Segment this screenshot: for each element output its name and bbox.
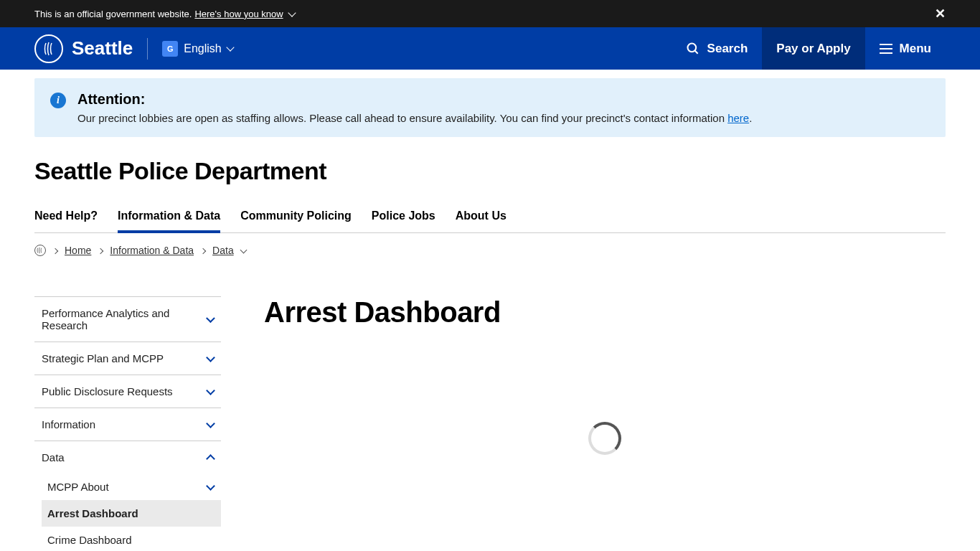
breadcrumb-home[interactable]: Home bbox=[65, 245, 91, 256]
main-content: Arrest Dashboard bbox=[264, 296, 946, 551]
language-selector[interactable]: G English bbox=[162, 41, 232, 57]
gov-banner-text: This is an official government website. bbox=[34, 9, 192, 19]
alert-link[interactable]: here bbox=[727, 112, 749, 124]
search-button[interactable]: Search bbox=[672, 27, 763, 70]
sidebar-item-label: Performance Analytics and Research bbox=[42, 307, 207, 331]
page-heading: Arrest Dashboard bbox=[264, 296, 946, 329]
sidebar-item-strategic[interactable]: Strategic Plan and MCPP bbox=[34, 342, 221, 375]
chevron-down-icon bbox=[226, 43, 234, 51]
tab-police-jobs[interactable]: Police Jobs bbox=[372, 202, 435, 232]
info-icon: i bbox=[50, 93, 66, 108]
menu-button[interactable]: Menu bbox=[865, 27, 946, 70]
search-icon bbox=[686, 42, 700, 56]
breadcrumb-info-data[interactable]: Information & Data bbox=[110, 245, 194, 256]
chevron-down-icon bbox=[288, 9, 296, 17]
tab-community-policing[interactable]: Community Policing bbox=[240, 202, 352, 232]
sidebar-item-label: Data bbox=[42, 451, 65, 463]
city-name: Seattle bbox=[72, 37, 133, 60]
close-icon[interactable]: ✕ bbox=[935, 6, 946, 22]
menu-label: Menu bbox=[900, 42, 931, 56]
chevron-down-icon bbox=[206, 353, 215, 362]
sidebar-sub-arrest-dashboard[interactable]: Arrest Dashboard bbox=[42, 500, 221, 527]
top-nav: Seattle G English Search Pay or Apply Me… bbox=[0, 27, 980, 70]
sidebar-sub-mcpp[interactable]: MCPP About bbox=[42, 474, 221, 500]
chevron-down-icon bbox=[206, 481, 215, 491]
home-icon[interactable] bbox=[34, 245, 46, 256]
alert-title: Attention: bbox=[77, 91, 752, 108]
tab-about-us[interactable]: About Us bbox=[456, 202, 507, 232]
svg-line-1 bbox=[694, 50, 697, 53]
alert-message: Our precinct lobbies are open as staffin… bbox=[77, 112, 752, 124]
sidebar-item-label: Crime Dashboard bbox=[47, 534, 132, 546]
sidebar-item-label: Information bbox=[42, 418, 95, 430]
sidebar-item-data[interactable]: Data bbox=[34, 441, 221, 474]
page-tabs: Need Help? Information & Data Community … bbox=[34, 202, 946, 233]
tab-need-help[interactable]: Need Help? bbox=[34, 202, 98, 232]
breadcrumb: Home Information & Data Data bbox=[34, 233, 946, 268]
sidebar-item-label: Arrest Dashboard bbox=[47, 507, 138, 519]
divider bbox=[147, 38, 148, 60]
tab-information-data[interactable]: Information & Data bbox=[118, 202, 220, 232]
logo-area[interactable]: Seattle bbox=[34, 34, 133, 63]
pay-apply-label: Pay or Apply bbox=[776, 42, 850, 56]
chevron-down-icon bbox=[206, 386, 215, 395]
chevron-right-icon bbox=[52, 248, 58, 254]
alert-banner: i Attention: Our precinct lobbies are op… bbox=[34, 78, 946, 137]
gov-banner-link[interactable]: Here's how you know bbox=[194, 9, 283, 19]
chevron-right-icon bbox=[98, 248, 103, 254]
gov-banner: This is an official government website. … bbox=[0, 0, 980, 27]
chevron-up-icon bbox=[206, 454, 215, 463]
hamburger-icon bbox=[880, 44, 892, 54]
search-label: Search bbox=[707, 42, 748, 56]
city-seal-icon bbox=[34, 34, 63, 63]
svg-point-0 bbox=[687, 43, 696, 52]
sidebar-item-label: Public Disclosure Requests bbox=[42, 385, 173, 397]
sidebar: Performance Analytics and Research Strat… bbox=[34, 296, 221, 551]
translate-icon: G bbox=[162, 41, 178, 57]
sidebar-item-information[interactable]: Information bbox=[34, 408, 221, 441]
sidebar-item-disclosure[interactable]: Public Disclosure Requests bbox=[34, 375, 221, 408]
loading-spinner-icon bbox=[588, 422, 621, 455]
language-label: English bbox=[184, 42, 221, 55]
sidebar-item-label: Strategic Plan and MCPP bbox=[42, 352, 164, 364]
sidebar-sub-crime-dashboard[interactable]: Crime Dashboard bbox=[42, 527, 221, 551]
breadcrumb-data[interactable]: Data bbox=[212, 245, 234, 256]
department-title: Seattle Police Department bbox=[34, 157, 946, 185]
chevron-right-icon bbox=[200, 248, 206, 254]
sidebar-item-label: MCPP About bbox=[47, 481, 109, 493]
sidebar-item-performance[interactable]: Performance Analytics and Research bbox=[34, 296, 221, 342]
chevron-down-icon bbox=[206, 419, 215, 428]
pay-apply-button[interactable]: Pay or Apply bbox=[762, 27, 864, 70]
chevron-down-icon[interactable] bbox=[240, 246, 247, 253]
